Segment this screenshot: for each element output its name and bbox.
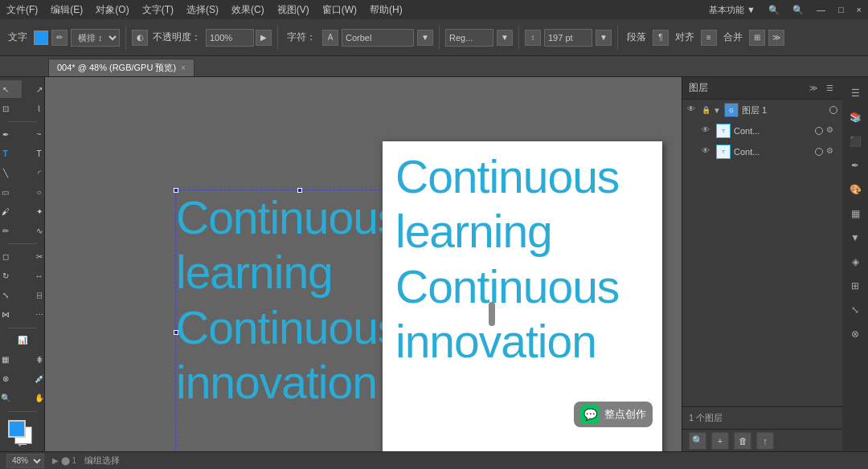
menu-type[interactable]: 文字(T) [136, 3, 180, 17]
menu-view[interactable]: 视图(V) [271, 3, 316, 17]
blend-tool[interactable]: ⊗ [0, 370, 22, 388]
appearance-panel-btn[interactable]: ◈ [845, 252, 865, 271]
hand-tool[interactable]: ✋ [23, 389, 46, 407]
font-size-input[interactable] [544, 29, 592, 47]
move-layer-btn[interactable]: ↑ [756, 432, 774, 450]
layer-target-circle[interactable] [829, 106, 837, 114]
pencil-tool[interactable]: ✏ [0, 222, 22, 239]
layer-lock-icon[interactable]: 🔒 [702, 106, 710, 114]
type-tool[interactable]: T [0, 145, 22, 162]
pen-tool[interactable]: ✒ [0, 125, 22, 143]
layer-item-2[interactable]: 👁 T Cont... ⚙ [682, 141, 842, 162]
search-layers-btn[interactable]: 🔍 [689, 432, 706, 450]
select-tool[interactable]: ↖ [0, 80, 22, 98]
offboard-line-1: Continuous [176, 190, 399, 245]
layer2-options[interactable]: ⚙ [826, 146, 837, 157]
menu-effect[interactable]: 效果(C) [225, 3, 271, 17]
opacity-input[interactable] [206, 29, 254, 47]
color-panel-btn[interactable]: 🎨 [845, 180, 865, 199]
merge-label: 合并 [720, 31, 746, 44]
paragraph-icon[interactable]: ¶ [653, 30, 669, 46]
scale-tool[interactable]: ⤡ [0, 287, 22, 304]
layers-panel-expand[interactable]: ≫ [807, 82, 820, 95]
font-name-input[interactable] [342, 29, 414, 47]
width-tool[interactable]: ⋯ [23, 306, 46, 324]
menu-window[interactable]: 窗口(W) [316, 3, 363, 17]
libraries-btn[interactable]: 📚 [845, 108, 865, 127]
line-tool[interactable]: ╲ [0, 164, 22, 181]
opacity-arrow[interactable]: ▶ [256, 30, 272, 46]
touch-type-tool[interactable]: T [23, 145, 46, 162]
swatches-panel-btn[interactable]: ▦ [845, 204, 865, 223]
delete-layer-btn[interactable]: 🗑 [734, 432, 751, 450]
zoom-tool[interactable]: 🔍 [0, 389, 22, 407]
warp-tool[interactable]: ⋈ [0, 306, 22, 324]
gradient-panel-btn[interactable]: ▼ [845, 228, 865, 247]
layer1-visibility-eye[interactable]: 👁 [702, 125, 713, 137]
menu-edit[interactable]: 编辑(E) [44, 3, 89, 17]
rect-tool[interactable]: ▭ [0, 183, 22, 201]
ellipse-tool[interactable]: ○ [23, 183, 46, 201]
artboard-tool[interactable]: ⊡ [0, 100, 22, 117]
transform-panel-btn[interactable]: ⤡ [845, 300, 865, 320]
align-panel-btn[interactable]: ⊞ [845, 276, 865, 296]
pathfinder-panel-btn[interactable]: ⊗ [845, 324, 865, 344]
font-size-arrow-up[interactable]: ↕ [525, 30, 541, 46]
layer1-options[interactable]: ⚙ [826, 125, 837, 137]
direct-select-tool[interactable]: ↗ [23, 80, 46, 98]
paintbrush-tool[interactable]: 🖌 [0, 202, 22, 220]
scroll-handle[interactable] [489, 302, 495, 326]
tab-close-button[interactable]: × [181, 63, 186, 72]
graph-tool[interactable]: 📊 [6, 332, 39, 349]
fill-color-swatch[interactable] [34, 31, 48, 45]
align-left-icon[interactable]: ≡ [701, 30, 717, 46]
rotate-tool[interactable]: ↻ [0, 267, 22, 285]
stroke-style-select[interactable]: 横排 ↕ [71, 29, 120, 47]
merge-icon[interactable]: ⊞ [749, 30, 765, 46]
font-style-dropdown[interactable]: ▼ [497, 30, 513, 46]
arc-tool[interactable]: ◜ [23, 164, 46, 181]
smooth-tool[interactable]: ∿ [23, 222, 46, 239]
layer2-target[interactable] [815, 148, 823, 156]
menu-select[interactable]: 选择(S) [180, 3, 225, 17]
scissors-tool[interactable]: ✂ [23, 248, 46, 266]
gradient-tool[interactable]: ▦ [0, 351, 22, 369]
layer-visibility-eye[interactable]: 👁 [687, 104, 698, 116]
fill-color-swatch-main[interactable] [8, 420, 26, 438]
layers-panel-menu[interactable]: ☰ [823, 82, 836, 95]
eraser-tool[interactable]: ◻ [0, 248, 22, 266]
zoom-select[interactable]: 48% [6, 454, 44, 468]
font-name-dropdown[interactable]: ▼ [417, 30, 433, 46]
shear-tool[interactable]: ⌸ [23, 287, 46, 304]
menu-object[interactable]: 对象(O) [89, 3, 135, 17]
adobe-stock[interactable]: 🔍 [786, 5, 810, 15]
font-style-input[interactable] [445, 29, 493, 47]
font-size-dropdown[interactable]: ▼ [596, 30, 612, 46]
curvature-tool[interactable]: ~ [23, 125, 46, 143]
maximize-btn[interactable]: □ [832, 5, 850, 14]
brush-icon[interactable]: ✏ [51, 30, 68, 46]
add-layer-btn[interactable]: + [711, 432, 729, 450]
layer1-target[interactable] [815, 127, 823, 135]
layer-group-row[interactable]: 👁 🔒 ▼ G 图层 1 [682, 100, 842, 120]
brush-panel-btn[interactable]: ✒ [845, 156, 865, 175]
properties-btn[interactable]: ☰ [845, 84, 865, 103]
layer2-visibility-eye[interactable]: 👁 [702, 146, 713, 157]
layer-item-1[interactable]: 👁 T Cont... ⚙ [682, 120, 842, 141]
reflect-tool[interactable]: ↔ [23, 267, 46, 285]
mesh-tool[interactable]: ⋕ [23, 351, 46, 369]
layer-expand-arrow[interactable]: ▼ [713, 106, 721, 115]
layers-btn[interactable]: ⬛ [845, 132, 865, 151]
document-tab[interactable]: 004* @ 48% (RGB/GPU 预览) × [48, 59, 194, 76]
menu-help[interactable]: 帮助(H) [363, 3, 409, 17]
search-icon[interactable]: 🔍 [762, 5, 786, 15]
menu-file[interactable]: 文件(F) [0, 3, 44, 17]
blob-tool[interactable]: ✦ [23, 202, 46, 220]
eyedropper-tool[interactable]: 💉 [23, 370, 46, 388]
close-btn[interactable]: × [850, 5, 868, 14]
workspace-switcher[interactable]: 基本功能 ▼ [702, 4, 762, 16]
more-icon[interactable]: ≫ [768, 30, 784, 46]
minimize-btn[interactable]: — [810, 5, 832, 14]
canvas-area[interactable]: Continuous learning Continuous innovatio… [45, 77, 682, 451]
lasso-tool[interactable]: ⌇ [23, 100, 46, 117]
